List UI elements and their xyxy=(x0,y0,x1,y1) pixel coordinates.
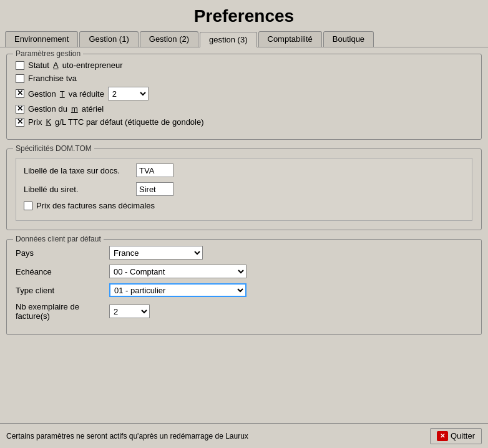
franchise-tva-row: Franchise tva xyxy=(16,74,472,83)
quit-label: Quitter xyxy=(451,431,475,441)
type-client-label: Type client xyxy=(16,286,103,295)
franchise-tva-checkbox[interactable] xyxy=(16,74,24,83)
franchise-tva-label: Franchise tva xyxy=(28,74,77,83)
domtom-inner-box: Libellé de la taxe sur docs. Libellé du … xyxy=(16,158,472,221)
libelle-taxe-input[interactable] xyxy=(136,163,173,177)
prix-factures-checkbox[interactable] xyxy=(24,202,32,210)
gestion-materiel-checkbox[interactable] xyxy=(16,105,24,114)
echeance-row: Echéance 00 - Comptant xyxy=(16,265,472,278)
libelle-taxe-row: Libellé de la taxe sur docs. xyxy=(24,163,464,177)
materiel-underline: m xyxy=(71,104,78,114)
pays-row: Pays France xyxy=(16,246,472,260)
params-gestion-section: Paramètres gestion Statut Auto-entrepren… xyxy=(6,54,482,140)
tab-bar: Environnement Gestion (1) Gestion (2) ge… xyxy=(0,31,488,47)
donnees-client-section: Données client par défaut Pays France Ec… xyxy=(6,239,482,335)
donnees-client-legend: Données client par défaut xyxy=(13,235,104,243)
pays-label: Pays xyxy=(16,248,103,258)
domtom-section: Spécificités DOM.TOM Libellé de la taxe … xyxy=(6,149,482,230)
pays-select[interactable]: France xyxy=(109,246,203,260)
prix-factures-label: Prix des factures sans décimales xyxy=(36,201,155,210)
tab-boutique[interactable]: Boutique xyxy=(323,31,374,47)
tab-comptabilite[interactable]: Comptabilité xyxy=(258,31,322,47)
libelle-siret-label: Libellé du siret. xyxy=(24,185,130,194)
tab-environnement[interactable]: Environnement xyxy=(5,31,78,47)
gestion-tva-label: Gestion Tva réduite xyxy=(28,89,104,99)
quit-button[interactable]: ✕ Quitter xyxy=(430,428,482,444)
main-window: Preferences Environnement Gestion (1) Ge… xyxy=(0,0,488,448)
params-gestion-legend: Paramètres gestion xyxy=(13,49,83,58)
nb-exemplaire-select[interactable]: 2 xyxy=(109,304,150,318)
nb-exemplaire-label: Nb exemplaire de facture(s) xyxy=(16,302,103,321)
auto-underline: A xyxy=(53,61,59,70)
nb-exemplaire-row: Nb exemplaire de facture(s) 2 xyxy=(16,302,472,321)
type-client-row: Type client 01 - particulier xyxy=(16,283,472,297)
prix-kg-row: Prix Kg/L TTC par défaut (étiquette de g… xyxy=(16,117,472,127)
prix-kg-label: Prix Kg/L TTC par défaut (étiquette de g… xyxy=(28,117,204,127)
libelle-siret-row: Libellé du siret. xyxy=(24,182,464,196)
quit-icon: ✕ xyxy=(437,431,448,441)
auto-entrepreneur-checkbox[interactable] xyxy=(16,61,24,70)
gestion-materiel-row: Gestion du matériel xyxy=(16,104,472,114)
gestion-tva-row: Gestion Tva réduite 2 xyxy=(16,87,472,100)
tab-gestion1[interactable]: Gestion (1) xyxy=(79,31,138,47)
content-area: Paramètres gestion Statut Auto-entrepren… xyxy=(0,47,488,423)
prix-kg-checkbox[interactable] xyxy=(16,118,24,127)
status-bar: Certains paramètres ne seront actifs qu'… xyxy=(0,423,488,448)
status-message: Certains paramètres ne seront actifs qu'… xyxy=(6,432,248,441)
gestion-tva-checkbox[interactable] xyxy=(16,89,24,98)
auto-entrepreneur-label: Statut Auto-entrepreneur xyxy=(28,61,122,70)
gestion-materiel-label: Gestion du matériel xyxy=(28,104,104,114)
title-bar: Preferences xyxy=(0,0,488,31)
tab-gestion2[interactable]: Gestion (2) xyxy=(140,31,198,47)
tab-gestion3[interactable]: gestion (3) xyxy=(200,32,256,47)
libelle-taxe-label: Libellé de la taxe sur docs. xyxy=(24,166,130,175)
tva-underline: T xyxy=(60,89,65,99)
echeance-select[interactable]: 00 - Comptant xyxy=(109,265,246,278)
gestion-tva-select[interactable]: 2 xyxy=(108,87,149,100)
type-client-select[interactable]: 01 - particulier xyxy=(109,283,246,297)
kg-underline: K xyxy=(46,117,51,127)
echeance-label: Echéance xyxy=(16,267,103,276)
prix-factures-row: Prix des factures sans décimales xyxy=(24,201,464,210)
domtom-legend: Spécificités DOM.TOM xyxy=(13,144,94,153)
page-title: Preferences xyxy=(0,6,488,26)
auto-entrepreneur-row: Statut Auto-entrepreneur xyxy=(16,61,472,70)
libelle-siret-input[interactable] xyxy=(136,182,173,196)
